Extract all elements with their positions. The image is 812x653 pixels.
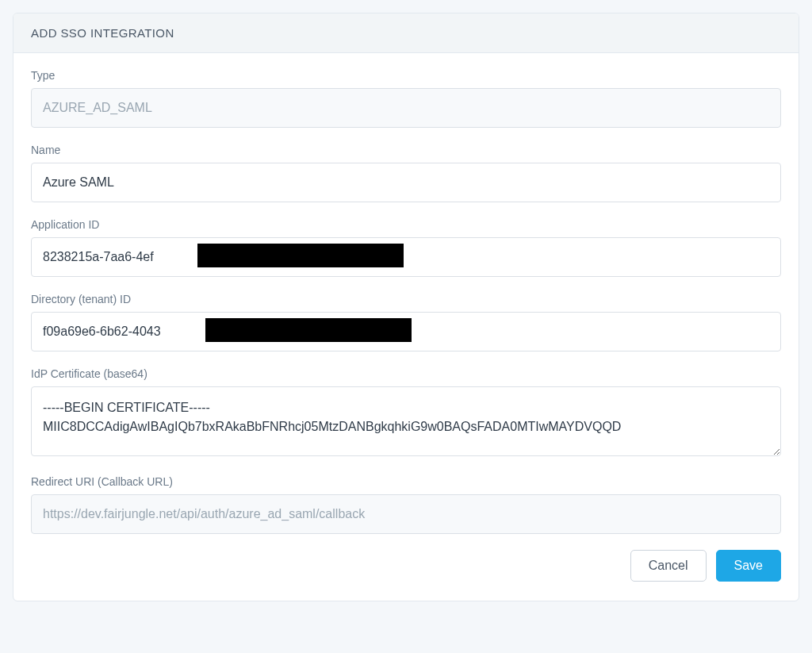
field-redirect-uri: Redirect URI (Callback URL): [31, 475, 781, 534]
cancel-button[interactable]: Cancel: [630, 550, 707, 582]
input-wrap-tenant-id: [31, 312, 781, 351]
label-idp-certificate: IdP Certificate (base64): [31, 367, 781, 380]
field-application-id: Application ID: [31, 218, 781, 277]
card-header: ADD SSO INTEGRATION: [13, 13, 799, 53]
input-type: [31, 88, 781, 128]
card-title: ADD SSO INTEGRATION: [31, 26, 174, 40]
input-redirect-uri: [31, 494, 781, 534]
form-actions: Cancel Save: [31, 550, 781, 582]
label-tenant-id: Directory (tenant) ID: [31, 293, 781, 305]
input-name[interactable]: [31, 163, 781, 202]
label-name: Name: [31, 144, 781, 156]
label-redirect-uri: Redirect URI (Callback URL): [31, 475, 781, 488]
field-idp-certificate: IdP Certificate (base64): [31, 367, 781, 459]
save-button[interactable]: Save: [716, 550, 781, 582]
field-type: Type: [31, 69, 781, 128]
sso-integration-card: ADD SSO INTEGRATION Type Name Applicatio…: [13, 13, 799, 601]
field-tenant-id: Directory (tenant) ID: [31, 293, 781, 351]
textarea-idp-certificate[interactable]: [31, 386, 781, 456]
card-body: Type Name Application ID Directory (tena…: [13, 53, 799, 601]
field-name: Name: [31, 144, 781, 202]
input-application-id[interactable]: [31, 237, 781, 277]
label-application-id: Application ID: [31, 218, 781, 231]
input-wrap-application-id: [31, 237, 781, 277]
label-type: Type: [31, 69, 781, 82]
input-tenant-id[interactable]: [31, 312, 781, 351]
